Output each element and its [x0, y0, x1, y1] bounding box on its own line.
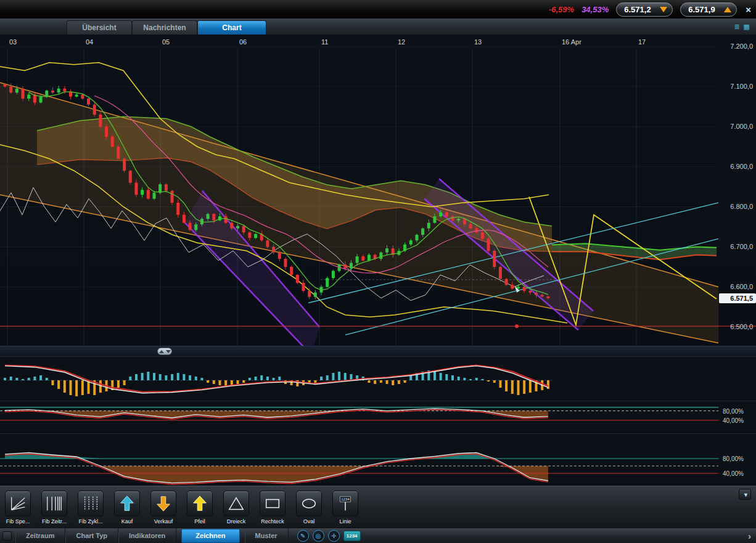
percent-level-label: 80,00%	[723, 408, 744, 415]
layout-grid-icon[interactable]: ▦	[744, 22, 750, 31]
x-axis-label: 04	[86, 38, 93, 46]
percent-level-label: 40,00%	[723, 417, 744, 424]
trading-app-window: -6,59% 34,53% 6.571,2 6.571,9 × Übersich…	[0, 0, 756, 543]
x-axis-label: 05	[162, 38, 170, 46]
arrow-icon	[187, 491, 213, 516]
tool-label: Rechteck	[261, 518, 284, 525]
tool-triangle[interactable]: Dreieck	[221, 491, 252, 525]
x-axis-label: 16 Apr	[562, 38, 581, 46]
tool-label: Dreieck	[227, 518, 246, 525]
tab-nachrichten[interactable]: Nachrichten	[132, 20, 197, 35]
tool-fib-cycle[interactable]: Fib Zykl...	[75, 491, 106, 525]
y-axis-label: 7.200,0	[730, 43, 753, 50]
rectangle-icon	[260, 491, 286, 516]
x-axis-label: 06	[239, 38, 247, 46]
tool-label: Oval	[303, 518, 315, 525]
collapse-down-icon	[166, 350, 171, 353]
tab-uebersicht[interactable]: Übersicht	[67, 20, 132, 35]
tool-label: Pfeil	[194, 518, 205, 525]
macd-histogram	[4, 370, 549, 396]
x-axis-label: 11	[321, 38, 328, 46]
sell-price-button[interactable]: 6.571,2	[616, 2, 673, 17]
expand-right-icon[interactable]: ›	[748, 531, 751, 541]
sell-arrow-icon	[150, 491, 176, 516]
y-axis-label: 6.600,0	[730, 283, 753, 290]
x-axis-label: 12	[398, 38, 405, 46]
line-icon: 1234	[332, 491, 358, 516]
oversold-fill	[5, 466, 548, 483]
tool-fib-time[interactable]: Fib Zeitr...	[39, 491, 70, 525]
quote-cluster: -6,59% 34,53% 6.571,2 6.571,9 ×	[549, 0, 752, 18]
change-percent: -6,59%	[549, 5, 574, 14]
ask-arrow-icon	[724, 7, 731, 12]
layout-list-icon[interactable]: ≣	[734, 22, 739, 31]
y-axis-label: 7.100,0	[730, 83, 753, 90]
values-icon[interactable]: 1234	[343, 531, 361, 541]
tool-label: Kauf	[121, 518, 133, 525]
tool-label: Fib Zykl...	[78, 518, 102, 525]
tool-oval[interactable]: Oval	[294, 491, 324, 525]
tab-bar: Übersicht Nachrichten Chart ≣ ▦	[0, 18, 756, 35]
y-axis-label: 6.900,0	[730, 163, 753, 170]
ask-price: 6.571,9	[688, 5, 715, 14]
chart-window-controls: ≣ ▦	[734, 22, 750, 31]
tool-label: Linie	[339, 518, 351, 525]
percent-level-label: 80,00%	[723, 455, 744, 462]
y-axis-label: 6.800,0	[730, 203, 753, 210]
y-axis-label: 6.700,0	[730, 243, 753, 250]
price-chart[interactable]: 0304050611121316 Apr177.200,07.100,07.00…	[0, 35, 756, 356]
tool-label: Fib Zeitr...	[42, 518, 67, 525]
menu-item-zeichnen[interactable]: Zeichnen	[181, 529, 239, 543]
tab-chart[interactable]: Chart	[197, 20, 266, 35]
shapes-icon[interactable]: ◎	[313, 530, 324, 542]
tool-sell-arrow[interactable]: Verkauf	[148, 491, 179, 525]
svg-text:1234: 1234	[341, 497, 350, 501]
tool-buy-arrow[interactable]: Kauf	[112, 491, 142, 525]
y-axis-label: 6.500,0	[730, 323, 753, 330]
oscillator-panel-1[interactable]: 80,00%40,00%	[0, 401, 756, 434]
x-axis-label: 03	[9, 38, 17, 46]
overbought-fill	[5, 452, 548, 459]
menu-item-muster[interactable]: Muster	[245, 528, 289, 543]
fib-cycle-icon	[78, 491, 104, 516]
close-icon[interactable]: ×	[744, 4, 752, 15]
grip-icon[interactable]	[2, 531, 12, 541]
toolbar-collapse-button[interactable]: ▼	[739, 489, 751, 500]
drawing-toolbar: Fib Spe...Fib Zeitr...Fib Zykl...KaufVer…	[0, 486, 756, 528]
menu-item-zeitraum[interactable]: Zeitraum	[15, 528, 65, 543]
top-bar: -6,59% 34,53% 6.571,2 6.571,9 ×	[0, 0, 756, 18]
move-icon[interactable]: ✛	[328, 530, 340, 542]
x-axis-label: 17	[638, 38, 646, 46]
bid-arrow-icon	[660, 7, 667, 12]
oval-icon	[296, 491, 322, 516]
menu-item-chart-typ[interactable]: Chart Typ	[65, 528, 118, 543]
bid-price: 6.571,2	[624, 5, 651, 14]
red-marker-dot	[515, 324, 519, 328]
macd-indicator-panel[interactable]	[0, 356, 756, 401]
y-axis-label: 7.000,0	[730, 123, 753, 130]
tool-fib-fan[interactable]: Fib Spe...	[2, 491, 33, 525]
percent-level-label: 40,00%	[723, 470, 744, 477]
bottom-menu-bar: ZeitraumChart TypIndikatorenZeichnenMust…	[0, 528, 756, 543]
x-axis-label: 13	[474, 38, 482, 46]
buy-price-button[interactable]: 6.571,9	[680, 2, 737, 17]
oscillator-panel-2[interactable]: 80,00%40,00%	[0, 433, 756, 486]
tool-label: Fib Spe...	[6, 518, 30, 525]
panel-collapse-button[interactable]	[157, 348, 172, 355]
range-percent: 34,53%	[581, 5, 609, 14]
last-price-label: 6.571,5	[730, 295, 753, 302]
tool-rectangle[interactable]: Rechteck	[257, 491, 288, 525]
pencil-icon[interactable]: ✎	[297, 530, 309, 542]
macd-signal-line	[5, 365, 548, 391]
collapse-up-icon	[159, 350, 164, 353]
tool-line[interactable]: 1234Linie	[330, 491, 361, 525]
fib-fan-icon	[5, 491, 31, 516]
menu-items: ZeitraumChart TypIndikatorenZeichnenMust…	[15, 528, 289, 543]
fib-time-icon	[41, 491, 67, 516]
tool-label: Verkauf	[154, 518, 173, 525]
triangle-icon	[223, 491, 249, 516]
quick-tool-icons: ✎◎✛1234	[297, 530, 361, 542]
menu-item-indikatoren[interactable]: Indikatoren	[118, 528, 176, 543]
tool-arrow[interactable]: Pfeil	[184, 491, 215, 525]
buy-arrow-icon	[114, 491, 140, 516]
